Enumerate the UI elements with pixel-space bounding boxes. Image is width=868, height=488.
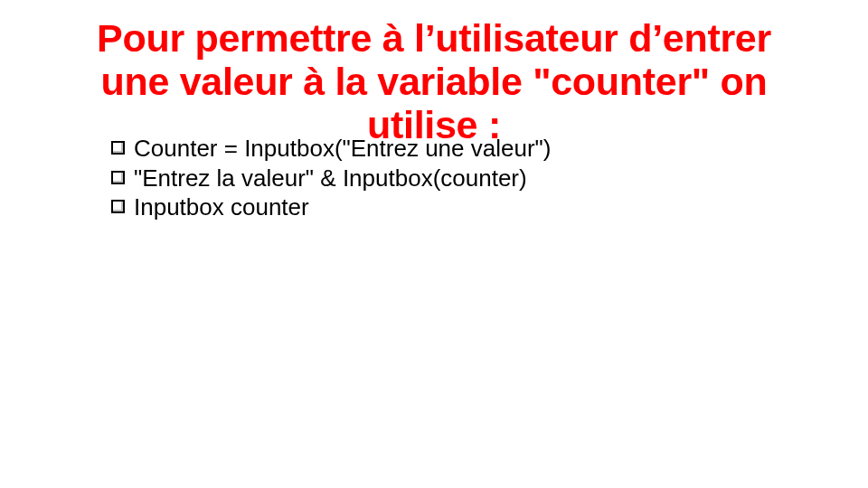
option-text: Inputbox counter bbox=[134, 192, 796, 222]
list-item: Counter = Inputbox("Entrez une valeur") bbox=[111, 134, 796, 164]
option-text: Counter = Inputbox("Entrez une valeur") bbox=[134, 134, 796, 164]
checkbox-bullet-icon bbox=[111, 171, 125, 184]
option-text: "Entrez la valeur" & Inputbox(counter) bbox=[134, 164, 796, 193]
options-list: Counter = Inputbox("Entrez une valeur") … bbox=[111, 134, 796, 222]
slide-title: Pour permettre à l’utilisateur d’entrer … bbox=[0, 16, 868, 146]
checkbox-bullet-icon bbox=[111, 200, 125, 213]
list-item: Inputbox counter bbox=[111, 192, 796, 222]
slide: Pour permettre à l’utilisateur d’entrer … bbox=[0, 0, 868, 488]
list-item: "Entrez la valeur" & Inputbox(counter) bbox=[111, 164, 796, 193]
checkbox-bullet-icon bbox=[111, 141, 125, 155]
